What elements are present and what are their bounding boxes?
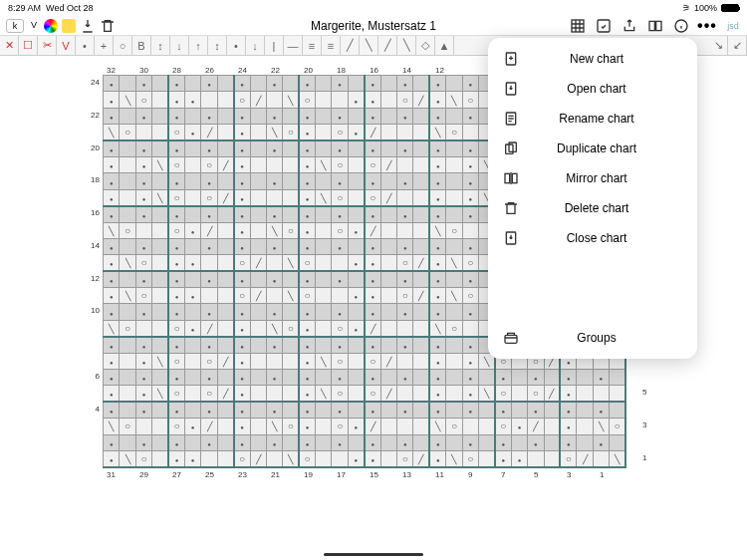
cell[interactable] xyxy=(348,173,364,189)
cell[interactable] xyxy=(250,92,266,108)
cell[interactable] xyxy=(104,271,120,287)
cell[interactable] xyxy=(462,125,478,140)
cell[interactable] xyxy=(250,434,266,450)
cell[interactable] xyxy=(184,206,200,222)
symbol-7[interactable]: B xyxy=(132,36,151,55)
cell[interactable] xyxy=(380,92,396,108)
cell[interactable] xyxy=(593,419,609,434)
cell[interactable] xyxy=(462,386,478,402)
menu-delete[interactable]: Delete chart xyxy=(488,193,697,223)
cell[interactable] xyxy=(104,238,120,254)
cell[interactable] xyxy=(429,125,445,140)
cell[interactable] xyxy=(184,255,200,271)
cell[interactable] xyxy=(168,76,184,92)
menu-rename[interactable]: Rename chart xyxy=(488,104,697,134)
cell[interactable] xyxy=(365,386,380,402)
cell[interactable] xyxy=(250,353,266,369)
cell[interactable] xyxy=(429,450,445,466)
cell[interactable] xyxy=(168,304,184,320)
cell[interactable] xyxy=(168,222,184,238)
cell[interactable] xyxy=(495,402,511,418)
cell[interactable] xyxy=(104,419,120,434)
cell[interactable] xyxy=(462,271,478,287)
symbol-8[interactable]: ↕ xyxy=(151,36,170,55)
cell[interactable] xyxy=(217,271,233,287)
cell[interactable] xyxy=(250,238,266,254)
cell[interactable] xyxy=(332,140,348,156)
symbol-9[interactable]: ↓ xyxy=(170,36,189,55)
cell[interactable] xyxy=(201,434,217,450)
cell[interactable] xyxy=(283,288,299,304)
cell[interactable] xyxy=(234,173,250,189)
cell[interactable] xyxy=(446,108,462,124)
cell[interactable] xyxy=(348,337,364,353)
cell[interactable] xyxy=(299,288,315,304)
cell[interactable] xyxy=(348,288,364,304)
cell[interactable] xyxy=(380,370,396,386)
cell[interactable] xyxy=(152,189,168,205)
cell[interactable] xyxy=(610,419,625,434)
cell[interactable] xyxy=(380,140,396,156)
cell[interactable] xyxy=(168,450,184,466)
cell[interactable] xyxy=(234,304,250,320)
cell[interactable] xyxy=(217,238,233,254)
cell[interactable] xyxy=(184,173,200,189)
cell[interactable] xyxy=(184,222,200,238)
cell[interactable] xyxy=(544,402,560,418)
cell[interactable] xyxy=(120,353,135,369)
cell[interactable] xyxy=(104,304,120,320)
cell[interactable] xyxy=(446,450,462,466)
cell[interactable] xyxy=(135,304,151,320)
cell[interactable] xyxy=(462,108,478,124)
symbol-1[interactable]: ☐ xyxy=(19,36,38,55)
cell[interactable] xyxy=(266,189,282,205)
cell[interactable] xyxy=(316,108,332,124)
cell[interactable] xyxy=(429,370,445,386)
cell[interactable] xyxy=(577,370,593,386)
cell[interactable] xyxy=(462,76,478,92)
cell[interactable] xyxy=(348,419,364,434)
cell[interactable] xyxy=(316,450,332,466)
cell[interactable] xyxy=(365,353,380,369)
cell[interactable] xyxy=(234,76,250,92)
cell[interactable] xyxy=(250,140,266,156)
cell[interactable] xyxy=(348,222,364,238)
cell[interactable] xyxy=(397,206,413,222)
edit-icon[interactable] xyxy=(596,18,612,34)
cell[interactable] xyxy=(365,419,380,434)
cell[interactable] xyxy=(316,173,332,189)
cell[interactable] xyxy=(348,238,364,254)
cell[interactable] xyxy=(120,222,135,238)
trash-icon[interactable] xyxy=(100,18,116,34)
cell[interactable] xyxy=(135,450,151,466)
cell[interactable] xyxy=(316,92,332,108)
cell[interactable] xyxy=(283,402,299,418)
cell[interactable] xyxy=(332,304,348,320)
cell[interactable] xyxy=(397,419,413,434)
cell[interactable] xyxy=(593,434,609,450)
cell[interactable] xyxy=(332,76,348,92)
cell[interactable] xyxy=(217,140,233,156)
cell[interactable] xyxy=(397,450,413,466)
home-indicator[interactable] xyxy=(324,553,423,556)
cell[interactable] xyxy=(332,320,348,336)
cell[interactable] xyxy=(429,238,445,254)
cell[interactable] xyxy=(495,386,511,402)
cell[interactable] xyxy=(380,288,396,304)
cell[interactable] xyxy=(104,125,120,140)
cell[interactable] xyxy=(135,125,151,140)
cell[interactable] xyxy=(299,337,315,353)
cell[interactable] xyxy=(299,353,315,369)
cell[interactable] xyxy=(495,434,511,450)
cell[interactable] xyxy=(120,288,135,304)
cell[interactable] xyxy=(184,156,200,172)
cell[interactable] xyxy=(462,450,478,466)
cell[interactable] xyxy=(201,189,217,205)
cell[interactable] xyxy=(266,337,282,353)
cell[interactable] xyxy=(577,402,593,418)
cell[interactable] xyxy=(413,386,429,402)
cell[interactable] xyxy=(120,271,135,287)
cell[interactable] xyxy=(316,370,332,386)
cell[interactable] xyxy=(152,140,168,156)
symbol-18[interactable]: ╱ xyxy=(341,36,360,55)
